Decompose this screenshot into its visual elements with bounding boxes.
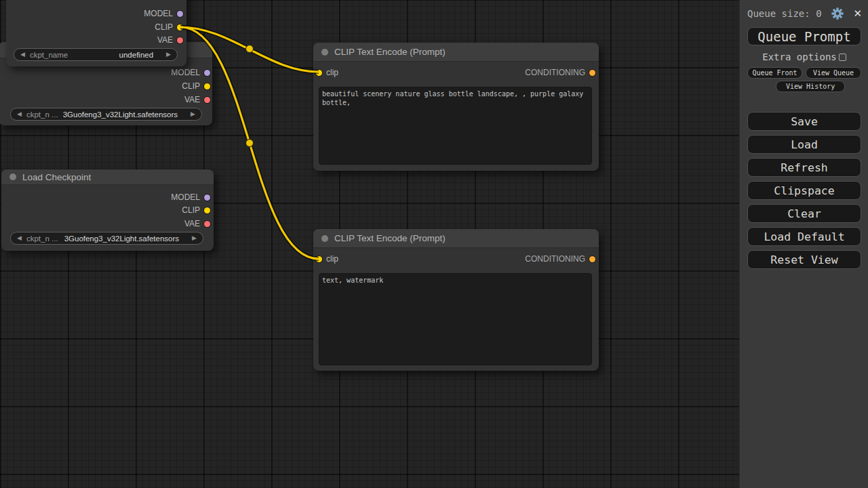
- view-history-button[interactable]: View History: [776, 81, 845, 92]
- combo-right-arrow-icon[interactable]: ▶: [191, 111, 195, 117]
- slot-label: CLIP: [182, 81, 200, 91]
- combo-left-arrow-icon[interactable]: ◀: [17, 111, 22, 117]
- extra-options-checkbox[interactable]: [839, 54, 846, 61]
- queue-size-status: Queue size: 0: [747, 8, 822, 19]
- combo-left-arrow-icon[interactable]: ◀: [20, 52, 25, 58]
- slot-label: clip: [326, 68, 338, 77]
- load-checkpoint-node-bottom[interactable]: Load Checkpoint MODEL CLIP VAE ◀ ckpt_n …: [1, 169, 214, 251]
- widget-name: ckpt_name: [30, 51, 68, 59]
- extra-options-label: Extra options: [762, 52, 837, 62]
- slot-label: MODEL: [171, 68, 200, 77]
- clip-input-slot[interactable]: clip: [316, 66, 338, 79]
- vae-output-slot[interactable]: VAE: [184, 217, 210, 230]
- node-title-bar[interactable]: CLIP Text Encode (Prompt): [313, 229, 599, 248]
- settings-gear-icon[interactable]: [831, 7, 844, 20]
- load-button[interactable]: Load: [747, 135, 861, 154]
- slot-label: CLIP: [182, 205, 200, 215]
- close-icon[interactable]: ✕: [853, 7, 862, 20]
- node-title-bar[interactable]: Load Checkpoint: [1, 169, 214, 185]
- slot-label: CLIP: [155, 22, 173, 32]
- widget-name: ckpt_n ...: [26, 110, 58, 119]
- clip-output-slot[interactable]: CLIP: [182, 79, 210, 93]
- slot-label: CONDITIONING: [525, 68, 585, 77]
- widget-value: undefined: [119, 51, 154, 59]
- slot-label: MODEL: [144, 9, 173, 18]
- conditioning-output-dot[interactable]: [589, 256, 595, 262]
- model-output-dot[interactable]: [177, 11, 183, 17]
- clipspace-button[interactable]: Clipspace: [747, 181, 861, 200]
- save-button[interactable]: Save: [747, 112, 861, 131]
- model-output-dot[interactable]: [204, 195, 210, 201]
- collapse-toggle-icon[interactable]: [9, 174, 16, 180]
- slot-label: VAE: [157, 35, 173, 45]
- clip-text-encode-node-negative[interactable]: CLIP Text Encode (Prompt) clip CONDITION…: [313, 229, 599, 371]
- model-output-slot[interactable]: MODEL: [171, 190, 210, 204]
- clip-output-slot[interactable]: CLIP: [155, 20, 183, 34]
- model-output-slot[interactable]: MODEL: [171, 66, 210, 79]
- collapse-toggle-icon[interactable]: [321, 235, 328, 242]
- ckpt-name-combo-widget[interactable]: ◀ ckpt_n ... 3Guofeng3_v32Light.safetens…: [10, 108, 202, 121]
- widget-value: 3Guofeng3_v32Light.safetensors: [64, 235, 179, 243]
- extra-options-row: Extra options: [740, 52, 868, 62]
- clear-button[interactable]: Clear: [747, 204, 861, 223]
- reset-view-button[interactable]: Reset View: [747, 250, 861, 269]
- view-queue-button[interactable]: View Queue: [806, 67, 861, 79]
- combo-right-arrow-icon[interactable]: ▶: [192, 235, 197, 241]
- clip-output-dot[interactable]: [204, 207, 210, 214]
- node-graph-canvas[interactable]: MODEL CLIP VAE ◀ ckpt_n ... 3Guofeng3_v3…: [0, 0, 739, 488]
- link-midpoint-dot: [246, 140, 254, 147]
- slot-label: MODEL: [171, 192, 200, 202]
- vae-output-slot[interactable]: VAE: [184, 93, 210, 106]
- load-default-button[interactable]: Load Default: [747, 227, 861, 246]
- model-output-slot[interactable]: MODEL: [144, 7, 183, 20]
- slot-label: VAE: [184, 95, 200, 104]
- prompt-textarea[interactable]: text, watermark: [319, 273, 592, 365]
- node-title: CLIP Text Encode (Prompt): [334, 233, 446, 243]
- slot-label: VAE: [184, 219, 200, 228]
- vae-output-dot[interactable]: [204, 221, 210, 227]
- ckpt-name-combo-widget[interactable]: ◀ ckpt_n ... 3Guofeng3_v32Light.safetens…: [10, 232, 203, 245]
- link-midpoint-dot: [246, 45, 254, 53]
- node-title-bar[interactable]: CLIP Text Encode (Prompt): [313, 43, 599, 62]
- vae-output-slot[interactable]: VAE: [157, 33, 183, 47]
- refresh-button[interactable]: Refresh: [747, 158, 861, 177]
- model-output-dot[interactable]: [204, 70, 210, 76]
- clip-output-dot[interactable]: [177, 24, 183, 30]
- slot-label: CONDITIONING: [525, 254, 585, 264]
- node-title: CLIP Text Encode (Prompt): [334, 47, 446, 57]
- vae-output-dot[interactable]: [177, 37, 183, 43]
- node-title: Load Checkpoint: [22, 172, 91, 182]
- load-checkpoint-node-top[interactable]: MODEL CLIP VAE ◀ ckpt_name undefined ▶: [6, 0, 186, 66]
- widget-name: ckpt_n ...: [26, 235, 58, 243]
- widget-value: 3Guofeng3_v32Light.safetensors: [63, 110, 178, 119]
- slot-label: clip: [326, 254, 338, 264]
- conditioning-output-slot[interactable]: CONDITIONING: [525, 66, 595, 79]
- clip-output-slot[interactable]: CLIP: [182, 203, 210, 217]
- conditioning-output-slot[interactable]: CONDITIONING: [525, 252, 595, 266]
- queue-front-button[interactable]: Queue Front: [747, 67, 802, 79]
- comfy-menu-panel: Queue size: 0 ✕ Queue Prompt Extra optio…: [739, 0, 868, 488]
- combo-left-arrow-icon[interactable]: ◀: [17, 235, 22, 241]
- combo-right-arrow-icon[interactable]: ▶: [166, 52, 171, 58]
- clip-input-dot[interactable]: [316, 256, 322, 262]
- collapse-toggle-icon[interactable]: [321, 49, 328, 56]
- prompt-textarea[interactable]: beautiful scenery nature glass bottle la…: [319, 87, 592, 165]
- queue-prompt-button[interactable]: Queue Prompt: [747, 27, 861, 45]
- clip-input-dot[interactable]: [316, 70, 322, 76]
- conditioning-output-dot[interactable]: [589, 70, 595, 76]
- clip-output-dot[interactable]: [204, 83, 210, 89]
- ckpt-name-combo-widget[interactable]: ◀ ckpt_name undefined ▶: [14, 48, 178, 61]
- vae-output-dot[interactable]: [204, 97, 210, 103]
- clip-input-slot[interactable]: clip: [316, 252, 338, 266]
- clip-text-encode-node-positive[interactable]: CLIP Text Encode (Prompt) clip CONDITION…: [313, 43, 599, 171]
